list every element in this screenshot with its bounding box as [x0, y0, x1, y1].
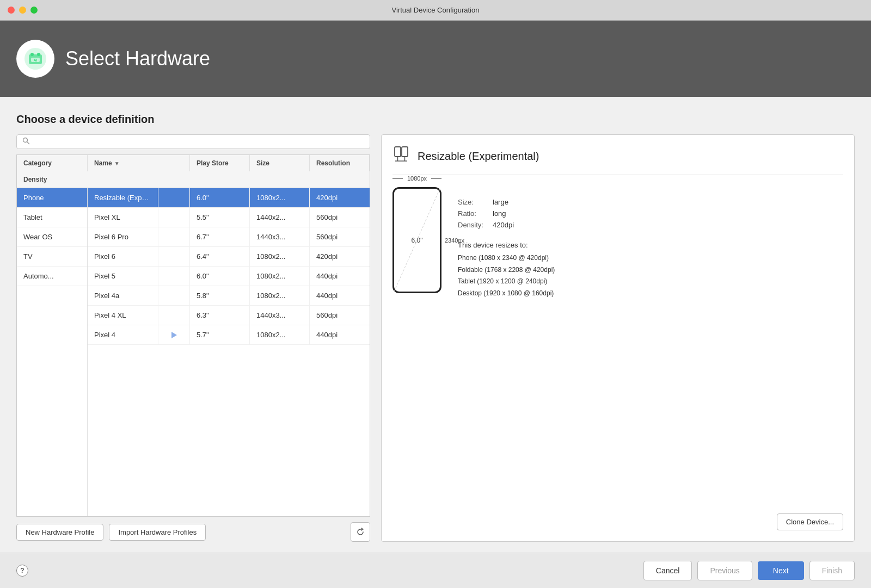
- search-container: [16, 134, 370, 149]
- table-row[interactable]: Pixel 6 6.4" 1080x2... 420dpi: [88, 247, 370, 267]
- row-size: 6.0": [190, 188, 250, 207]
- content-area: Category Name ▼ Play Store Size Resoluti…: [16, 134, 855, 542]
- svg-marker-8: [171, 332, 177, 338]
- row-size: 5.7": [190, 325, 250, 344]
- new-hardware-profile-button[interactable]: New Hardware Profile: [16, 524, 103, 541]
- row-resolution: 1080x2...: [250, 325, 310, 344]
- search-icon: [22, 137, 30, 146]
- titlebar: Virtual Device Configuration: [0, 0, 871, 21]
- table-header: Category Name ▼ Play Store Size Resoluti…: [17, 155, 370, 188]
- clone-device-button[interactable]: Clone Device...: [777, 513, 843, 530]
- minimize-button[interactable]: [19, 7, 26, 14]
- row-name: Pixel 4 XL: [88, 306, 158, 325]
- dimension-height: 2340px: [441, 187, 464, 293]
- import-hardware-profiles-button[interactable]: Import Hardware Profiles: [109, 524, 206, 541]
- svg-rect-10: [402, 147, 408, 157]
- finish-button[interactable]: Finish: [809, 561, 855, 580]
- resize-item-phone: Phone (1080 x 2340 @ 420dpi): [458, 252, 843, 264]
- row-name: Pixel 4a: [88, 286, 158, 305]
- device-table: Category Name ▼ Play Store Size Resoluti…: [16, 154, 370, 517]
- table-row[interactable]: Pixel 4a 5.8" 1080x2... 440dpi: [88, 286, 370, 306]
- category-tv[interactable]: TV: [17, 247, 87, 267]
- device-type-icon: [392, 146, 410, 167]
- refresh-button[interactable]: [351, 522, 370, 542]
- row-density: 440dpi: [310, 267, 370, 286]
- device-detail-actions: Clone Device...: [392, 513, 843, 530]
- row-size: 5.5": [190, 208, 250, 227]
- footer: ? Cancel Previous Next Finish: [0, 553, 871, 588]
- device-detail-panel: Resizable (Experimental) 1080px 6.0": [381, 134, 855, 542]
- col-density: Density: [17, 171, 88, 188]
- table-row[interactable]: Pixel 4 5.7" 1080x2... 440dpi: [88, 325, 370, 345]
- row-playstore: [158, 267, 190, 286]
- phone-diagram: 1080px 6.0" 2340px: [392, 187, 441, 293]
- device-specs: Size: large Ratio: long Density: 420dpi …: [458, 198, 843, 299]
- device-preview: 1080px 6.0" 2340px Size: l: [392, 182, 843, 507]
- row-resolution: 1440x2...: [250, 208, 310, 227]
- row-playstore: [158, 208, 190, 227]
- row-size: 6.0": [190, 267, 250, 286]
- row-resolution: 1440x3...: [250, 306, 310, 325]
- svg-point-2: [30, 53, 34, 56]
- main-content: Choose a device definition Category: [0, 97, 871, 553]
- table-action-buttons: New Hardware Profile Import Hardware Pro…: [16, 522, 370, 542]
- row-playstore: [158, 286, 190, 305]
- svg-point-3: [37, 53, 40, 56]
- spec-ratio: Ratio: long: [458, 209, 843, 218]
- row-density: 560dpi: [310, 306, 370, 325]
- col-name[interactable]: Name ▼: [88, 155, 190, 171]
- col-playstore: Play Store: [190, 155, 250, 171]
- window-controls: [8, 7, 38, 14]
- category-tablet[interactable]: Tablet: [17, 208, 87, 227]
- android-studio-icon: AI: [23, 47, 47, 71]
- maximize-button[interactable]: [30, 7, 38, 14]
- resize-item-desktop: Desktop (1920 x 1080 @ 160dpi): [458, 288, 843, 300]
- table-row[interactable]: Pixel 5 6.0" 1080x2... 440dpi: [88, 267, 370, 286]
- category-automotive[interactable]: Automo...: [17, 267, 87, 286]
- row-resolution: 1080x2...: [250, 286, 310, 305]
- row-resolution: 1440x3...: [250, 227, 310, 246]
- device-detail-name: Resizable (Experimental): [418, 150, 539, 163]
- cancel-button[interactable]: Cancel: [643, 561, 692, 580]
- row-playstore: [158, 188, 190, 207]
- row-name: Pixel XL: [88, 208, 158, 227]
- svg-rect-9: [395, 147, 401, 157]
- row-density: 440dpi: [310, 286, 370, 305]
- next-button[interactable]: Next: [758, 561, 804, 580]
- table-row[interactable]: Resizable (Experimen... 6.0" 1080x2... 4…: [88, 188, 370, 208]
- previous-button[interactable]: Previous: [697, 561, 752, 580]
- help-button[interactable]: ?: [16, 565, 28, 577]
- sort-arrow-icon: ▼: [114, 160, 120, 166]
- row-name: Resizable (Experimen...: [88, 188, 158, 207]
- resize-info: This device resizes to: Phone (1080 x 23…: [458, 241, 843, 299]
- table-row[interactable]: Pixel XL 5.5" 1440x2... 560dpi: [88, 208, 370, 227]
- row-name: Pixel 5: [88, 267, 158, 286]
- page-title: Select Hardware: [65, 47, 210, 70]
- col-size: Size: [250, 155, 310, 171]
- category-wear-os[interactable]: Wear OS: [17, 227, 87, 247]
- footer-left: ?: [16, 565, 28, 577]
- search-input[interactable]: [33, 138, 364, 146]
- section-title: Choose a device definition: [16, 113, 855, 126]
- category-phone[interactable]: Phone: [17, 188, 87, 208]
- row-name: Pixel 6 Pro: [88, 227, 158, 246]
- phone-outline: 6.0": [392, 187, 441, 293]
- left-panel: Category Name ▼ Play Store Size Resoluti…: [16, 134, 370, 542]
- row-density: 560dpi: [310, 208, 370, 227]
- close-button[interactable]: [8, 7, 15, 14]
- app-header: AI Select Hardware: [0, 21, 871, 97]
- footer-right: Cancel Previous Next Finish: [643, 561, 855, 580]
- row-density: 560dpi: [310, 227, 370, 246]
- dimension-width: 1080px: [392, 175, 441, 182]
- row-density: 440dpi: [310, 325, 370, 344]
- resize-item-foldable: Foldable (1768 x 2208 @ 420dpi): [458, 264, 843, 276]
- row-size: 5.8": [190, 286, 250, 305]
- table-row[interactable]: Pixel 6 Pro 6.7" 1440x3... 560dpi: [88, 227, 370, 247]
- row-playstore: [158, 227, 190, 246]
- row-playstore: [158, 247, 190, 266]
- row-size: 6.7": [190, 227, 250, 246]
- svg-text:AI: AI: [34, 58, 38, 62]
- table-row[interactable]: Pixel 4 XL 6.3" 1440x3... 560dpi: [88, 306, 370, 325]
- resize-item-tablet: Tablet (1920 x 1200 @ 240dpi): [458, 276, 843, 288]
- phone-size-label: 6.0": [412, 237, 423, 244]
